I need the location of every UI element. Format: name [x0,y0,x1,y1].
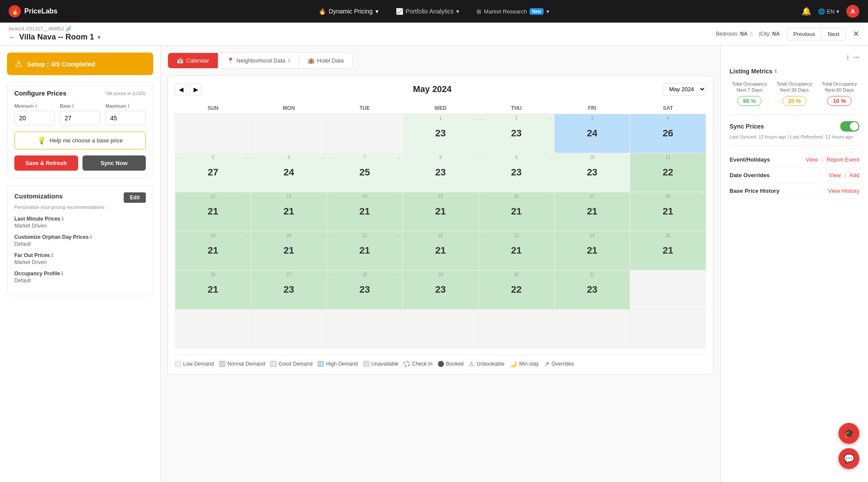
calendar-cell[interactable]: - 24 - 21 [554,231,630,271]
nav-portfolio-analytics[interactable]: 📈 Portfolio Analytics ▾ [396,8,460,15]
calendar-cell[interactable]: - 25 - 21 [630,231,706,271]
far-out-info-icon[interactable]: ℹ [51,252,53,258]
base-label: Base ℹ [60,103,100,109]
support-fab[interactable]: 💬 [838,448,859,469]
listing-metrics-info-icon[interactable]: ℹ [775,68,777,74]
cal-dash: - [481,116,483,121]
history-view-link[interactable]: View History [828,188,859,194]
calendar-cell[interactable]: - 29 - 23 [403,271,479,310]
action-buttons: Save & Refresh Sync Now [14,155,146,171]
cal-price: 27 [178,167,248,178]
calendar-cell[interactable]: - 2 - 23 [478,114,554,153]
customizations-edit-button[interactable]: Edit [124,192,146,203]
calendar-cell[interactable]: - 7 - 25 [327,153,403,192]
last-minute-info-icon[interactable]: ℹ [62,216,64,222]
occupancy-profile-info-icon[interactable]: ℹ [61,271,63,277]
date-view-link[interactable]: View [829,172,841,178]
setup-banner[interactable]: ⚠ Setup : 4/5 Completed [7,53,153,75]
far-out-label: Far Out Prices ℹ [14,252,146,258]
previous-button[interactable]: Previous [787,28,822,40]
info-icon[interactable]: ℹ [847,54,849,61]
calendar-cell[interactable]: - 18 - 21 [630,192,706,231]
title-dropdown-icon[interactable]: ▾ [98,34,101,40]
tab-neighborhood-data[interactable]: 📍 Neighborhood Data ℹ [218,53,299,68]
save-refresh-button[interactable]: Save & Refresh [14,155,78,171]
minimum-input[interactable] [14,111,55,125]
cal-dash-right: - [702,194,703,199]
chat-fab[interactable]: 🎓 [838,423,859,444]
calendar-cell[interactable]: - 10 - 23 [554,153,630,192]
date-add-link[interactable]: Add [849,172,859,178]
user-avatar[interactable]: A [846,5,859,18]
calendar-cell[interactable]: - 26 - 21 [175,271,251,310]
cal-dash-right: - [398,194,400,199]
calendar-cell[interactable]: - 5 - 27 [175,153,251,192]
sync-now-button[interactable]: Sync Now [82,155,146,171]
cal-date-number: - 3 - [557,116,628,121]
calendar-cell [478,310,554,349]
tab-hotel-data[interactable]: 🏨 Hotel Data [299,53,352,68]
base-input[interactable] [60,111,100,125]
calendar-cell[interactable]: - 8 - 23 [403,153,479,192]
calendar-cell[interactable]: - 15 - 21 [403,192,479,231]
left-panel: ⚠ Setup : 4/5 Completed Configure Prices… [0,46,161,482]
back-button[interactable]: ← [9,33,16,41]
calendar-cell[interactable]: - 3 - 24 [554,114,630,153]
cal-dash: - [405,116,407,121]
pricelabs-logo-icon: 🔥 [9,5,21,17]
orphan-day-info-icon[interactable]: ℹ [90,234,92,240]
calendar-month-select[interactable]: May 2024 [663,83,706,96]
cal-price: 21 [633,245,703,256]
calendar-cell[interactable]: - 21 - 21 [327,231,403,271]
minimum-info-icon[interactable]: ℹ [35,103,37,109]
more-options-icon[interactable]: ••• [853,54,859,61]
calendar-container: ◀ ▶ May 2024 May 2024 SUNMONTUEWEDTHUFRI… [168,76,713,375]
cal-date-number: - 26 - [178,272,248,277]
cal-dash: - [633,194,634,199]
calendar-cell[interactable]: - 6 - 24 [251,153,327,192]
nav-dynamic-pricing[interactable]: 🔥 Dynamic Pricing ▾ [319,8,378,15]
calendar-prev-button[interactable]: ◀ [175,83,187,96]
calendar-cell[interactable]: - 31 - 23 [554,271,630,310]
calendar-cell[interactable]: - 14 - 21 [327,192,403,231]
cal-dash: - [329,194,331,199]
calendar-cell[interactable]: - 23 - 21 [478,231,554,271]
calendar-cell[interactable]: - 28 - 23 [327,271,403,310]
nav-market-research[interactable]: ⊞ Market Research New ▾ [477,8,549,15]
calendar-next-button[interactable]: ▶ [190,83,202,96]
calendar-cell[interactable]: - 30 - 22 [478,271,554,310]
calendar-cell[interactable]: - 17 - 21 [554,192,630,231]
calendar-cell[interactable]: - 9 - 23 [478,153,554,192]
calendar-cell[interactable]: - 20 - 21 [251,231,327,271]
event-view-link[interactable]: View [806,156,818,163]
calendar-cell[interactable]: - 16 - 21 [478,192,554,231]
notification-bell-icon[interactable]: 🔔 [802,7,811,16]
calendar-cell[interactable]: - 19 - 21 [175,231,251,271]
minimum-input-group: Minimum ℹ [14,103,55,125]
maximum-input[interactable] [105,111,146,125]
next-button[interactable]: Next [821,28,846,40]
calendar-cell[interactable]: - 12 - 21 [175,192,251,231]
cal-price: 24 [557,128,628,139]
close-button[interactable]: ✕ [853,29,859,39]
help-base-price-button[interactable]: 💡 Help me choose a base price [14,132,146,149]
cal-price: 23 [481,167,552,178]
tab-calendar[interactable]: 📅 Calendar [168,53,218,68]
cal-dash-right: - [702,233,703,238]
calendar-cell[interactable]: - 1 - 23 [403,114,479,153]
sync-prices-toggle[interactable] [840,121,859,132]
calendar-cell[interactable]: - 22 - 21 [403,231,479,271]
cal-dash: - [405,194,407,199]
calendar-cell[interactable]: - 27 - 23 [251,271,327,310]
logo[interactable]: 🔥 PriceLabs [9,5,57,17]
language-selector[interactable]: 🌐 EN ▾ [818,8,839,15]
calendar-cell[interactable]: - 13 - 21 [251,192,327,231]
event-report-link[interactable]: Report Event [826,156,859,163]
base-info-icon[interactable]: ℹ [72,103,74,109]
occupancy-60-label: Total Occupancy Next 60 Days [819,81,859,93]
cal-price: 21 [329,245,400,256]
calendar-cell[interactable]: - 4 - 26 [630,114,706,153]
maximum-info-icon[interactable]: ℹ [128,103,130,109]
calendar-nav: ◀ ▶ [175,83,202,96]
calendar-cell[interactable]: - 11 - 22 [630,153,706,192]
